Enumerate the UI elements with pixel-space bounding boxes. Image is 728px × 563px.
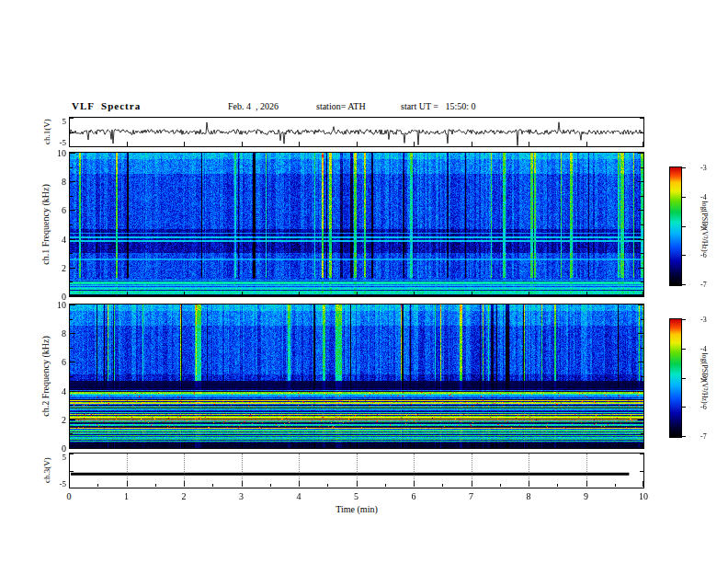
voltage-axis-tick xyxy=(640,132,643,133)
x-axis-minor-tick xyxy=(385,484,386,487)
freq-axis-tick xyxy=(70,268,75,269)
x-tick-label: 0 xyxy=(67,491,72,501)
colorbar-tick xyxy=(682,255,686,256)
x-axis-tick xyxy=(529,142,529,146)
freq-axis-tick xyxy=(638,333,643,334)
freq-axis-tick xyxy=(70,239,75,240)
x-tick-label: 9 xyxy=(584,491,588,501)
colorbar-tick-label: -6 xyxy=(700,251,707,259)
freq-axis-tick xyxy=(70,405,73,406)
freq-axis-tick xyxy=(638,448,643,449)
colorbar-tick-label: -5 xyxy=(700,222,707,230)
x-axis-minor-tick xyxy=(615,484,616,487)
x-axis-tick xyxy=(299,443,300,448)
minute-grid-line xyxy=(414,454,415,487)
minute-grid-line xyxy=(242,454,243,487)
colorbar-tick xyxy=(682,319,686,320)
voltage-axis-tick xyxy=(70,118,74,119)
freq-axis-tick xyxy=(641,376,643,377)
x-tick-label: 6 xyxy=(412,491,416,501)
x-tick-label: 2 xyxy=(182,491,187,501)
colorbar-ch2 xyxy=(669,318,682,438)
freq-axis-tick xyxy=(641,433,643,434)
freq-axis-tick xyxy=(638,362,643,362)
colorbar-tick-label: -7 xyxy=(700,281,707,289)
ch1-spectrogram-canvas xyxy=(70,153,643,296)
station-label: station= ATH xyxy=(316,101,366,111)
x-axis-tick xyxy=(69,481,70,487)
colorbar-ch2-canvas xyxy=(670,319,681,437)
freq-axis-tick xyxy=(70,282,73,282)
x-axis-tick xyxy=(357,443,358,448)
x-tick-label: 8 xyxy=(527,491,531,501)
freq-axis-tick xyxy=(70,181,75,182)
x-axis-tick xyxy=(414,292,415,296)
x-axis-tick xyxy=(357,142,358,146)
voltage-axis-tick xyxy=(70,454,74,454)
x-axis-tick xyxy=(472,292,472,296)
freq-axis-tick xyxy=(70,362,75,362)
freq-axis-tick xyxy=(638,210,643,211)
ch2-frequency-axis-label: ch.2 Frequency (kHz) xyxy=(40,336,51,416)
x-axis-tick xyxy=(184,443,185,448)
colorbar-tick xyxy=(682,284,686,285)
colorbar-ch1 xyxy=(669,167,682,286)
voltage-axis-tick xyxy=(640,118,643,119)
x-axis-minor-tick xyxy=(97,484,98,487)
voltage-axis-tick xyxy=(70,471,74,472)
minute-grid-line xyxy=(127,454,128,487)
freq-axis-tick xyxy=(70,391,75,392)
freq-axis-tick xyxy=(638,153,643,154)
freq-axis-tick xyxy=(638,239,643,240)
freq-tick-label: 8 xyxy=(62,328,66,339)
freq-axis-tick xyxy=(70,196,73,197)
colorbar-tick-label: -3 xyxy=(700,164,707,172)
freq-axis-tick xyxy=(70,333,75,334)
freq-axis-tick xyxy=(70,319,73,320)
x-axis-tick xyxy=(529,292,529,296)
freq-tick-label: 0 xyxy=(62,443,66,454)
x-axis-minor-tick xyxy=(500,484,501,487)
freq-tick-label: 2 xyxy=(62,414,66,424)
freq-tick-label: 6 xyxy=(62,357,66,367)
ch2-spectrogram-panel xyxy=(69,304,644,449)
minute-grid-line xyxy=(299,454,300,487)
start-ut-label: start UT = 15:50: 0 xyxy=(401,101,476,111)
x-axis-tick xyxy=(586,443,587,448)
freq-tick-label: 4 xyxy=(62,234,66,244)
x-axis-tick xyxy=(127,292,128,296)
x-axis-tick xyxy=(242,443,243,448)
x-axis-tick xyxy=(184,292,185,296)
minute-grid-line xyxy=(529,454,529,487)
x-axis-minor-tick xyxy=(155,484,156,487)
freq-axis-tick xyxy=(70,296,75,297)
x-axis-tick xyxy=(299,142,300,146)
x-axis-tick xyxy=(357,292,358,296)
vlf-spectra-figure: VLF Spectra Feb. 4 , 2026 station= ATH s… xyxy=(0,0,728,563)
x-tick-label: 4 xyxy=(297,491,301,501)
x-axis-minor-tick xyxy=(557,484,558,487)
x-tick-label: 5 xyxy=(354,491,358,501)
x-axis-tick xyxy=(414,443,415,448)
x-axis-tick xyxy=(299,292,300,296)
freq-axis-tick xyxy=(638,419,643,420)
time-axis-label: Time (min) xyxy=(336,504,377,514)
colorbar-tick xyxy=(682,167,686,168)
x-tick-label: 1 xyxy=(124,491,129,501)
colorbar-tick xyxy=(682,197,686,198)
freq-axis-tick xyxy=(70,448,75,449)
freq-axis-tick xyxy=(641,319,643,320)
x-axis-tick xyxy=(643,481,643,487)
ch1-spectrogram-panel xyxy=(69,152,644,297)
x-axis-minor-tick xyxy=(442,484,443,487)
colorbar-tick xyxy=(682,226,686,227)
x-axis-tick xyxy=(586,142,587,146)
freq-axis-tick xyxy=(641,224,643,225)
colorbar-tick xyxy=(682,407,686,408)
freq-axis-tick xyxy=(70,304,75,305)
minute-grid-line xyxy=(586,454,587,487)
x-axis-tick xyxy=(242,292,243,296)
x-axis-tick xyxy=(184,142,185,146)
freq-tick-label: 2 xyxy=(62,262,66,272)
voltage-axis-tick xyxy=(640,471,643,472)
